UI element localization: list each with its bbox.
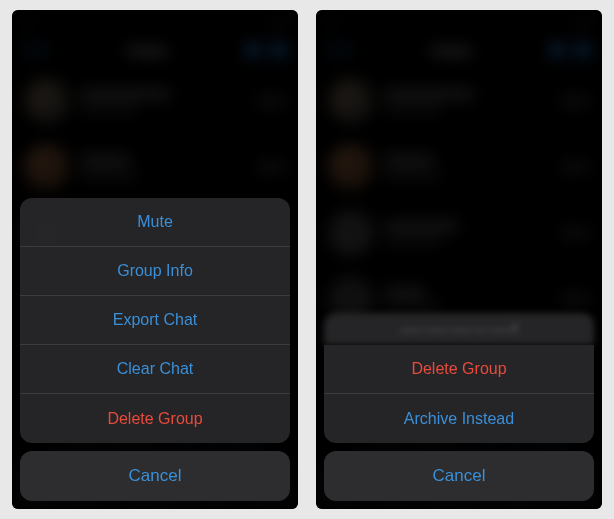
action-sheet: —— —— —— — ——? Delete Group Archive Inst… (316, 10, 602, 509)
action-sheet-options: Delete Group Archive Instead (324, 345, 594, 443)
cancel-button[interactable]: Cancel (324, 451, 594, 501)
archive-instead-option[interactable]: Archive Instead (324, 394, 594, 443)
delete-group-option[interactable]: Delete Group (20, 394, 290, 443)
export-chat-option[interactable]: Export Chat (20, 296, 290, 345)
action-sheet: Mute Group Info Export Chat Clear Chat D… (12, 10, 298, 509)
action-sheet-options: Mute Group Info Export Chat Clear Chat D… (20, 198, 290, 443)
screenshot-right: Edit Chats Your personal messages are en… (316, 10, 602, 509)
cancel-button[interactable]: Cancel (20, 451, 290, 501)
confirm-prompt: —— —— —— — ——? (324, 313, 594, 345)
delete-group-option[interactable]: Delete Group (324, 345, 594, 394)
screenshot-left: Edit Chats Your personal messages are en… (12, 10, 298, 509)
clear-chat-option[interactable]: Clear Chat (20, 345, 290, 394)
mute-option[interactable]: Mute (20, 198, 290, 247)
group-info-option[interactable]: Group Info (20, 247, 290, 296)
